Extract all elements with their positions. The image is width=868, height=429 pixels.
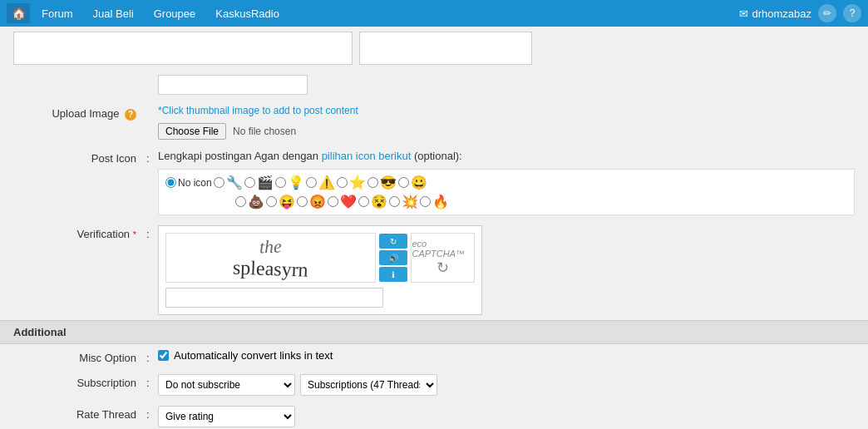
icon-radio-smile[interactable] — [398, 177, 409, 188]
upload-hint: *Click thumbnail image to add to post co… — [158, 105, 855, 116]
captcha-image: the spleasyrn — [165, 233, 376, 283]
misc-checkbox-row: Automatically convert links in text — [158, 349, 855, 362]
captcha-logo-refresh[interactable]: ↻ — [436, 259, 449, 277]
icon-row-2: 💩 😝 😡 ❤️ 😵 💥 🔥 — [162, 192, 851, 211]
captcha-input[interactable]: spleasyrm — [165, 288, 383, 308]
captcha-word2: spleasyrn — [233, 256, 309, 281]
icon-radio-fire[interactable] — [420, 196, 431, 207]
verification-content: the spleasyrn ↻ 🔊 ℹ eco CAPTCHA™ ↻ splea — [158, 225, 855, 315]
wrench-icon[interactable]: 🔧 — [226, 175, 243, 190]
nav-forum[interactable]: Forum — [33, 4, 81, 23]
captcha-logo-text: eco CAPTCHA™ — [412, 239, 474, 259]
captcha-refresh-button[interactable]: ↻ — [379, 234, 407, 249]
post-icon-link[interactable]: pilihan icon berikut — [322, 150, 412, 162]
nav-jualbeli[interactable]: Jual Beli — [85, 4, 142, 23]
icon-row-1: No icon 🔧 🎬 💡 ⚠️ ⭐ 😎 😀 — [162, 173, 851, 192]
email-nav-item[interactable]: ✉ drhomzabaz — [739, 7, 811, 20]
subscription-content: Do not subscribe Subscribe Subscriptions… — [158, 374, 855, 396]
email-icon: ✉ — [739, 7, 748, 20]
question-icon: ? — [850, 7, 856, 19]
required-star: * — [133, 229, 136, 239]
icon-radio-film[interactable] — [244, 177, 255, 188]
misc-checkbox-label: Automatically convert links in text — [174, 349, 333, 362]
edit-icon: ✏ — [823, 7, 831, 19]
bulb-icon[interactable]: 💡 — [288, 175, 304, 190]
nav-groupee[interactable]: Groupee — [145, 4, 205, 23]
captcha-images: the spleasyrn ↻ 🔊 ℹ eco CAPTCHA™ ↻ — [165, 233, 475, 283]
upload-image-label: Upload Image ? — [13, 105, 146, 121]
icon-radio-wrench[interactable] — [214, 177, 224, 188]
rate-thread-content: Give rating 1 star 2 stars 3 stars 4 sta… — [158, 406, 855, 427]
file-input-row: Choose File No file chosen — [158, 123, 855, 140]
main-content: 19987 Upload Image ? *Click thumbnail im… — [0, 27, 868, 429]
explosion-icon[interactable]: 💥 — [402, 194, 418, 210]
post-icon-desc: Lengkapi postingan Agan dengan pilihan i… — [158, 150, 855, 162]
icon-radio-angry[interactable] — [297, 196, 308, 207]
misc-option-row: Misc Option : Automatically convert link… — [0, 344, 868, 369]
top-navigation: 🏠 Forum Jual Beli Groupee KaskusRadio ✉ … — [0, 0, 868, 27]
rate-thread-label: Rate Thread — [13, 406, 146, 421]
no-icon-label: No icon — [178, 177, 212, 189]
icon-radio-heart[interactable] — [328, 196, 338, 207]
additional-section-header: Additional — [0, 320, 868, 344]
nav-right-section: ✉ drhomzabaz ✏ ? — [739, 4, 861, 22]
upload-image-row: Upload Image ? *Click thumbnail image to… — [0, 100, 868, 145]
icon-grid: No icon 🔧 🎬 💡 ⚠️ ⭐ 😎 😀 — [158, 169, 855, 215]
number-label — [13, 75, 146, 77]
warning-icon[interactable]: ⚠️ — [318, 175, 335, 190]
number-row: 19987 — [0, 70, 868, 100]
no-icon-radio[interactable] — [165, 177, 176, 188]
icon-radio-dizzy[interactable] — [358, 196, 369, 207]
username-label: drhomzabaz — [752, 7, 811, 20]
rate-thread-row: Rate Thread : Give rating 1 star 2 stars… — [0, 401, 868, 429]
verification-box: the spleasyrn ↻ 🔊 ℹ eco CAPTCHA™ ↻ splea — [158, 225, 482, 315]
post-textarea[interactable] — [13, 32, 353, 65]
icon-radio-star[interactable] — [337, 177, 348, 188]
edit-icon-button[interactable]: ✏ — [818, 4, 836, 22]
icon-radio-poop[interactable] — [235, 196, 246, 207]
misc-checkbox[interactable] — [158, 350, 169, 361]
subscription-dropdown-row: Do not subscribe Subscribe Subscriptions… — [158, 374, 855, 396]
verification-label: Verification * — [13, 225, 146, 240]
smile-icon[interactable]: 😀 — [411, 175, 427, 190]
icon-radio-explosion[interactable] — [389, 196, 400, 207]
icon-radio-cool[interactable] — [367, 177, 378, 188]
upload-help-icon[interactable]: ? — [125, 109, 136, 121]
icon-radio-silly[interactable] — [266, 196, 277, 207]
poop-icon[interactable]: 💩 — [248, 194, 264, 210]
film-icon[interactable]: 🎬 — [257, 175, 274, 190]
captcha-audio-button[interactable]: 🔊 — [379, 250, 407, 265]
captcha-controls: ↻ 🔊 ℹ — [379, 234, 407, 282]
angry-icon[interactable]: 😡 — [309, 194, 326, 210]
number-input[interactable]: 19987 — [158, 75, 308, 95]
upload-image-content: *Click thumbnail image to add to post co… — [158, 105, 855, 140]
number-content: 19987 — [158, 75, 855, 95]
dizzy-icon[interactable]: 😵 — [371, 194, 387, 210]
cool-icon[interactable]: 😎 — [380, 175, 397, 190]
nav-kaskusradio[interactable]: KaskusRadio — [207, 4, 288, 23]
subscription-row: Subscription : Do not subscribe Subscrib… — [0, 369, 868, 401]
captcha-word1: the — [233, 234, 309, 259]
home-button[interactable]: 🏠 — [7, 3, 30, 23]
misc-option-label: Misc Option — [13, 349, 146, 364]
icon-radio-warning[interactable] — [306, 177, 317, 188]
rate-thread-select[interactable]: Give rating 1 star 2 stars 3 stars 4 sta… — [158, 406, 295, 427]
subscriptions-select[interactable]: Subscriptions (47 Threads) — [300, 374, 437, 396]
icon-radio-bulb[interactable] — [275, 177, 286, 188]
captcha-logo: eco CAPTCHA™ ↻ — [411, 233, 475, 283]
post-icon-content: Lengkapi postingan Agan dengan pilihan i… — [158, 150, 855, 215]
fire-icon[interactable]: 🔥 — [432, 194, 449, 210]
help-icon-button[interactable]: ? — [843, 4, 861, 22]
misc-option-content: Automatically convert links in text — [158, 349, 855, 362]
silly-icon[interactable]: 😝 — [279, 194, 295, 210]
subscription-select[interactable]: Do not subscribe Subscribe — [158, 374, 295, 396]
star-icon[interactable]: ⭐ — [349, 175, 366, 190]
choose-file-button[interactable]: Choose File — [158, 123, 226, 140]
subscription-label: Subscription — [13, 374, 146, 389]
side-box — [359, 32, 532, 65]
no-file-label: No file chosen — [233, 126, 296, 137]
captcha-info-button[interactable]: ℹ — [379, 267, 407, 282]
heart-icon[interactable]: ❤️ — [340, 194, 357, 210]
verification-row: Verification * : the spleasyrn ↻ 🔊 ℹ — [0, 220, 868, 320]
post-icon-row: Post Icon : Lengkapi postingan Agan deng… — [0, 145, 868, 220]
